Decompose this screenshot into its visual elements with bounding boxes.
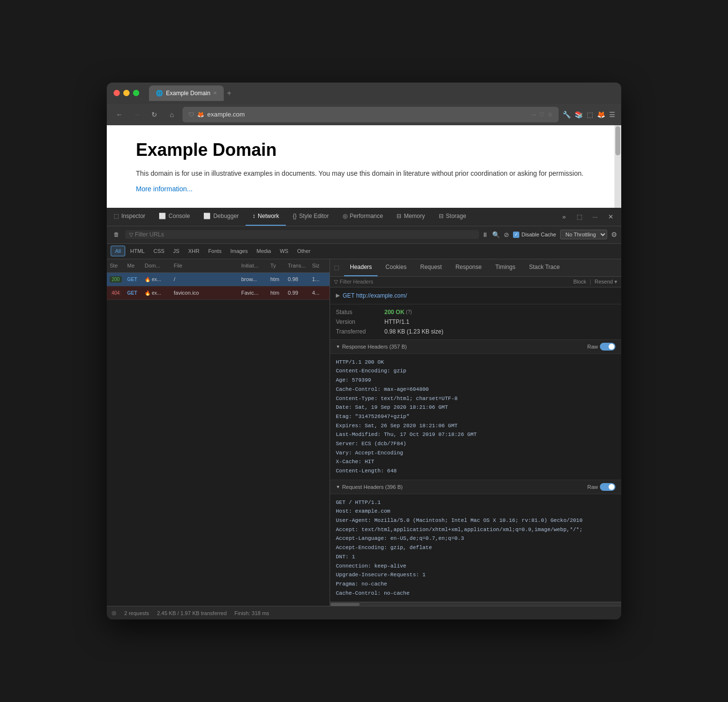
tab-style-editor[interactable]: {} Style Editor: [286, 208, 335, 226]
throttle-select[interactable]: No Throttling: [560, 230, 607, 239]
tab-inspector[interactable]: ⬚ Inspector: [107, 208, 152, 226]
block-button[interactable]: Block: [573, 279, 586, 284]
dock-button[interactable]: ⬚: [573, 210, 586, 223]
tools-icon[interactable]: 🔧: [563, 111, 571, 118]
memory-icon: ⊟: [397, 213, 401, 219]
filter-tab-xhr[interactable]: XHR: [184, 246, 203, 256]
block-resend-buttons: Block | Resend ▾: [573, 279, 617, 285]
filter-tab-other[interactable]: Other: [293, 246, 314, 256]
tab-storage[interactable]: ⊟ Storage: [432, 208, 473, 226]
devtools-toolbar: ⬚ Inspector ⬜ Console ⬜ Debugger ↕ Netwo…: [107, 208, 621, 226]
tab-debugger[interactable]: ⬜ Debugger: [197, 208, 246, 226]
response-headers-raw-toggle[interactable]: Raw: [587, 343, 615, 351]
forward-button[interactable]: →: [130, 108, 144, 121]
col-header-file: File: [174, 263, 241, 268]
clear-requests-button[interactable]: 🗑: [111, 229, 122, 240]
get-expand-arrow[interactable]: ▶: [336, 292, 340, 299]
details-content: ▶ GET http://example.com/ Status 200 OK …: [330, 287, 621, 602]
status-badge-404: 404: [110, 290, 127, 296]
filter-tabs: All HTML CSS JS XHR Fonts Images Media W…: [107, 244, 621, 259]
response-headers-section[interactable]: ▼ Response Headers (357 B) Raw: [330, 340, 621, 354]
transferred-2: 0.99: [288, 290, 312, 296]
new-tab-button[interactable]: +: [227, 89, 231, 98]
block-requests-button[interactable]: ⊘: [504, 231, 509, 238]
response-raw-toggle[interactable]: [600, 343, 615, 351]
filter-tab-css[interactable]: CSS: [149, 246, 168, 256]
status-badge-200: 200: [110, 276, 127, 282]
star-icon: ☆: [547, 111, 553, 118]
disable-cache-control[interactable]: ✓ Disable Cache: [513, 232, 556, 238]
browser-tab-active[interactable]: 🌐 Example Domain ✕: [149, 85, 224, 101]
tab-console-label: Console: [168, 213, 190, 219]
sidebar-icon[interactable]: ⬚: [587, 111, 593, 118]
title-bar: 🌐 Example Domain ✕ +: [107, 83, 621, 104]
request-list: Ste Me Dom... File Initiat... Ty Trans..…: [107, 259, 330, 606]
details-tab-cookies[interactable]: Cookies: [380, 259, 412, 277]
domain-2: 🔥 ex...: [145, 290, 174, 296]
finish-time: Finish: 318 ms: [234, 610, 269, 616]
close-button[interactable]: [114, 90, 120, 96]
more-info-link[interactable]: More information...: [136, 185, 193, 193]
filter-tab-media[interactable]: Media: [252, 246, 275, 256]
refresh-button[interactable]: ↻: [148, 108, 161, 121]
request-headers-section[interactable]: ▼ Request Headers (396 B) Raw: [330, 480, 621, 494]
extension-icon[interactable]: 🦊: [597, 111, 605, 118]
minimize-button[interactable]: [123, 90, 130, 96]
address-bar[interactable]: 🛡 🦊 example.com ··· ♡ ☆: [182, 107, 559, 122]
menu-icon[interactable]: ☰: [609, 111, 615, 118]
col-header-initiator: Initiat...: [241, 263, 270, 268]
filter-tab-html[interactable]: HTML: [126, 246, 149, 256]
initiator-2: Favic...: [241, 290, 270, 296]
details-tab-timings[interactable]: Timings: [489, 259, 521, 277]
request-headers-raw-toggle[interactable]: Raw: [587, 483, 615, 491]
tab-performance[interactable]: ◎ Performance: [336, 208, 390, 226]
maximize-button[interactable]: [133, 90, 139, 96]
tab-close-button[interactable]: ✕: [213, 90, 217, 96]
tab-console[interactable]: ⬜ Console: [152, 208, 197, 226]
request-icon-1: 🔥: [145, 277, 150, 282]
home-button[interactable]: ⌂: [165, 108, 179, 121]
filter-tab-js[interactable]: JS: [169, 246, 183, 256]
tab-title: Example Domain: [166, 90, 210, 97]
back-button[interactable]: ←: [113, 108, 126, 121]
more-tabs-button[interactable]: »: [557, 210, 571, 223]
nav-toolbar-icons: 🔧 📚 ⬚ 🦊 ☰: [563, 111, 615, 118]
tab-memory[interactable]: ⊟ Memory: [390, 208, 431, 226]
library-icon[interactable]: 📚: [575, 111, 583, 118]
resend-button[interactable]: Resend ▾: [595, 279, 617, 284]
more-icon: ···: [531, 111, 536, 118]
tab-network[interactable]: ↕ Network: [246, 208, 286, 226]
status-help-icon[interactable]: (?): [406, 309, 412, 315]
filter-tab-images[interactable]: Images: [226, 246, 251, 256]
performance-icon: ◎: [343, 213, 347, 219]
request-icon-2: 🔥: [145, 290, 150, 296]
pause-recording-button[interactable]: ⏸: [482, 231, 488, 238]
request-row-2[interactable]: 404 GET 🔥 ex... favicon.ico Favic... htm…: [107, 286, 330, 300]
request-row-1[interactable]: 200 GET 🔥 ex... / brow... htm 0.98 1...: [107, 273, 330, 286]
summary-transferred: Transferred 0.98 KB (1.23 KB size): [336, 327, 615, 336]
filter-tab-ws[interactable]: WS: [276, 246, 292, 256]
disable-cache-checkbox[interactable]: ✓: [513, 232, 519, 238]
devtools-close-button[interactable]: ✕: [604, 210, 617, 223]
details-tab-headers[interactable]: Headers: [344, 259, 378, 277]
horizontal-scrollbar[interactable]: [330, 602, 621, 606]
details-tab-request[interactable]: Request: [414, 259, 448, 277]
filter-headers-input[interactable]: [340, 279, 571, 284]
devtools-options-button[interactable]: ···: [588, 210, 602, 223]
tab-style-editor-label: Style Editor: [299, 213, 329, 219]
filter-tab-all[interactable]: All: [111, 246, 125, 256]
tab-bar: 🌐 Example Domain ✕ +: [149, 85, 614, 101]
filter-urls-input[interactable]: [135, 231, 475, 238]
status-key: Status: [336, 309, 384, 316]
page-scrollbar[interactable]: [614, 125, 621, 208]
file-1: /: [174, 276, 241, 282]
request-raw-toggle[interactable]: [600, 483, 615, 491]
details-tab-response[interactable]: Response: [449, 259, 487, 277]
network-settings-button[interactable]: ⚙: [611, 231, 617, 238]
filter-tab-fonts[interactable]: Fonts: [204, 246, 226, 256]
filter-icon: ▽: [129, 232, 133, 238]
search-requests-button[interactable]: 🔍: [492, 231, 500, 238]
url-display: example.com: [207, 111, 529, 118]
file-2: favicon.ico: [174, 290, 241, 296]
details-tab-stack-trace[interactable]: Stack Trace: [523, 259, 565, 277]
